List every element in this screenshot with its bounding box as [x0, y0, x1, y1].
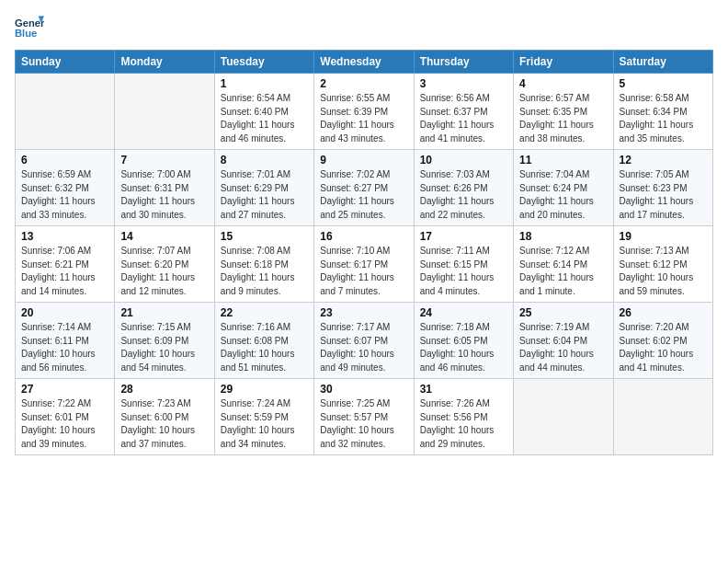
day-number: 1	[221, 77, 308, 90]
weekday-sunday: Sunday	[16, 51, 115, 74]
day-info: Sunrise: 7:00 AMSunset: 6:31 PMDaylight:…	[120, 168, 208, 222]
calendar-cell: 12Sunrise: 7:05 AMSunset: 6:23 PMDayligh…	[613, 150, 712, 226]
calendar-cell: 25Sunrise: 7:19 AMSunset: 6:04 PMDayligh…	[514, 303, 613, 379]
day-info: Sunrise: 7:22 AMSunset: 6:01 PMDaylight:…	[21, 397, 108, 451]
day-info: Sunrise: 7:03 AMSunset: 6:26 PMDaylight:…	[420, 168, 507, 222]
calendar-cell	[514, 379, 613, 455]
day-info: Sunrise: 6:57 AMSunset: 6:35 PMDaylight:…	[519, 92, 607, 145]
day-info: Sunrise: 7:02 AMSunset: 6:27 PMDaylight:…	[320, 168, 407, 222]
day-number: 22	[221, 306, 308, 319]
day-info: Sunrise: 7:25 AMSunset: 5:57 PMDaylight:…	[320, 397, 407, 451]
day-info: Sunrise: 7:16 AMSunset: 6:08 PMDaylight:…	[221, 321, 308, 374]
day-number: 4	[519, 77, 607, 90]
calendar-cell: 27Sunrise: 7:22 AMSunset: 6:01 PMDayligh…	[16, 379, 115, 455]
calendar-cell: 22Sunrise: 7:16 AMSunset: 6:08 PMDayligh…	[214, 303, 313, 379]
day-number: 24	[420, 306, 507, 319]
day-number: 28	[120, 383, 208, 396]
day-number: 8	[221, 154, 308, 167]
day-info: Sunrise: 7:17 AMSunset: 6:07 PMDaylight:…	[320, 321, 407, 374]
calendar-cell: 24Sunrise: 7:18 AMSunset: 6:05 PMDayligh…	[414, 303, 513, 379]
day-number: 2	[320, 77, 407, 90]
calendar-cell: 15Sunrise: 7:08 AMSunset: 6:18 PMDayligh…	[214, 226, 313, 303]
day-number: 3	[420, 77, 507, 90]
calendar-cell: 3Sunrise: 6:56 AMSunset: 6:37 PMDaylight…	[414, 74, 513, 150]
day-info: Sunrise: 7:24 AMSunset: 5:59 PMDaylight:…	[221, 397, 308, 451]
calendar-cell: 9Sunrise: 7:02 AMSunset: 6:27 PMDaylight…	[314, 150, 414, 226]
weekday-tuesday: Tuesday	[214, 51, 313, 74]
calendar-cell: 2Sunrise: 6:55 AMSunset: 6:39 PMDaylight…	[314, 74, 414, 150]
day-info: Sunrise: 7:14 AMSunset: 6:11 PMDaylight:…	[21, 321, 108, 374]
weekday-wednesday: Wednesday	[314, 51, 414, 74]
day-number: 13	[21, 230, 108, 243]
calendar-cell: 13Sunrise: 7:06 AMSunset: 6:21 PMDayligh…	[16, 226, 115, 303]
calendar-cell: 20Sunrise: 7:14 AMSunset: 6:11 PMDayligh…	[16, 303, 115, 379]
day-info: Sunrise: 7:04 AMSunset: 6:24 PMDaylight:…	[519, 168, 607, 222]
day-number: 18	[519, 230, 607, 243]
day-number: 6	[21, 154, 108, 167]
calendar-cell: 26Sunrise: 7:20 AMSunset: 6:02 PMDayligh…	[613, 303, 712, 379]
day-info: Sunrise: 7:20 AMSunset: 6:02 PMDaylight:…	[620, 321, 707, 374]
calendar-table: SundayMondayTuesdayWednesdayThursdayFrid…	[15, 50, 713, 455]
day-info: Sunrise: 7:10 AMSunset: 6:17 PMDaylight:…	[320, 245, 407, 298]
weekday-header-row: SundayMondayTuesdayWednesdayThursdayFrid…	[16, 51, 713, 74]
day-info: Sunrise: 6:59 AMSunset: 6:32 PMDaylight:…	[21, 168, 108, 222]
day-number: 31	[420, 383, 507, 396]
day-info: Sunrise: 6:55 AMSunset: 6:39 PMDaylight:…	[320, 92, 407, 145]
day-info: Sunrise: 7:08 AMSunset: 6:18 PMDaylight:…	[221, 245, 308, 298]
calendar-cell: 23Sunrise: 7:17 AMSunset: 6:07 PMDayligh…	[314, 303, 414, 379]
calendar-week-4: 20Sunrise: 7:14 AMSunset: 6:11 PMDayligh…	[16, 303, 713, 379]
day-number: 9	[320, 154, 407, 167]
calendar-week-5: 27Sunrise: 7:22 AMSunset: 6:01 PMDayligh…	[16, 379, 713, 455]
day-info: Sunrise: 7:11 AMSunset: 6:15 PMDaylight:…	[420, 245, 507, 298]
day-info: Sunrise: 7:01 AMSunset: 6:29 PMDaylight:…	[221, 168, 308, 222]
day-number: 20	[21, 306, 108, 319]
day-info: Sunrise: 7:12 AMSunset: 6:14 PMDaylight:…	[519, 245, 607, 298]
day-number: 5	[620, 77, 707, 90]
svg-text:Blue: Blue	[15, 28, 37, 39]
calendar-cell: 16Sunrise: 7:10 AMSunset: 6:17 PMDayligh…	[314, 226, 414, 303]
calendar-cell: 30Sunrise: 7:25 AMSunset: 5:57 PMDayligh…	[314, 379, 414, 455]
day-number: 17	[420, 230, 507, 243]
day-info: Sunrise: 6:56 AMSunset: 6:37 PMDaylight:…	[420, 92, 507, 145]
calendar-cell: 7Sunrise: 7:00 AMSunset: 6:31 PMDaylight…	[115, 150, 214, 226]
calendar-cell: 1Sunrise: 6:54 AMSunset: 6:40 PMDaylight…	[214, 74, 313, 150]
day-number: 11	[519, 154, 607, 167]
calendar-cell: 4Sunrise: 6:57 AMSunset: 6:35 PMDaylight…	[514, 74, 613, 150]
day-number: 27	[21, 383, 108, 396]
day-info: Sunrise: 7:26 AMSunset: 5:56 PMDaylight:…	[420, 397, 507, 451]
weekday-monday: Monday	[115, 51, 214, 74]
page-header: General Blue	[15, 15, 713, 40]
day-number: 21	[120, 306, 208, 319]
day-number: 7	[120, 154, 208, 167]
day-number: 19	[620, 230, 707, 243]
calendar-week-2: 6Sunrise: 6:59 AMSunset: 6:32 PMDaylight…	[16, 150, 713, 226]
calendar-cell: 8Sunrise: 7:01 AMSunset: 6:29 PMDaylight…	[214, 150, 313, 226]
weekday-friday: Friday	[514, 51, 613, 74]
logo-icon: General Blue	[15, 15, 44, 40]
calendar-cell	[613, 379, 712, 455]
calendar-cell: 5Sunrise: 6:58 AMSunset: 6:34 PMDaylight…	[613, 74, 712, 150]
day-info: Sunrise: 7:23 AMSunset: 6:00 PMDaylight:…	[120, 397, 208, 451]
day-info: Sunrise: 7:18 AMSunset: 6:05 PMDaylight:…	[420, 321, 507, 374]
day-number: 30	[320, 383, 407, 396]
calendar-cell: 14Sunrise: 7:07 AMSunset: 6:20 PMDayligh…	[115, 226, 214, 303]
day-number: 25	[519, 306, 607, 319]
calendar-cell: 31Sunrise: 7:26 AMSunset: 5:56 PMDayligh…	[414, 379, 513, 455]
day-info: Sunrise: 7:05 AMSunset: 6:23 PMDaylight:…	[620, 168, 707, 222]
calendar-week-3: 13Sunrise: 7:06 AMSunset: 6:21 PMDayligh…	[16, 226, 713, 303]
calendar-cell: 6Sunrise: 6:59 AMSunset: 6:32 PMDaylight…	[16, 150, 115, 226]
day-info: Sunrise: 7:19 AMSunset: 6:04 PMDaylight:…	[519, 321, 607, 374]
day-info: Sunrise: 6:58 AMSunset: 6:34 PMDaylight:…	[620, 92, 707, 145]
day-number: 23	[320, 306, 407, 319]
day-info: Sunrise: 7:07 AMSunset: 6:20 PMDaylight:…	[120, 245, 208, 298]
day-info: Sunrise: 7:13 AMSunset: 6:12 PMDaylight:…	[620, 245, 707, 298]
day-number: 14	[120, 230, 208, 243]
calendar-cell: 17Sunrise: 7:11 AMSunset: 6:15 PMDayligh…	[414, 226, 513, 303]
weekday-thursday: Thursday	[414, 51, 513, 74]
calendar-cell	[115, 74, 214, 150]
calendar-cell: 11Sunrise: 7:04 AMSunset: 6:24 PMDayligh…	[514, 150, 613, 226]
calendar-week-1: 1Sunrise: 6:54 AMSunset: 6:40 PMDaylight…	[16, 74, 713, 150]
calendar-cell: 21Sunrise: 7:15 AMSunset: 6:09 PMDayligh…	[115, 303, 214, 379]
day-info: Sunrise: 7:15 AMSunset: 6:09 PMDaylight:…	[120, 321, 208, 374]
calendar-cell: 28Sunrise: 7:23 AMSunset: 6:00 PMDayligh…	[115, 379, 214, 455]
